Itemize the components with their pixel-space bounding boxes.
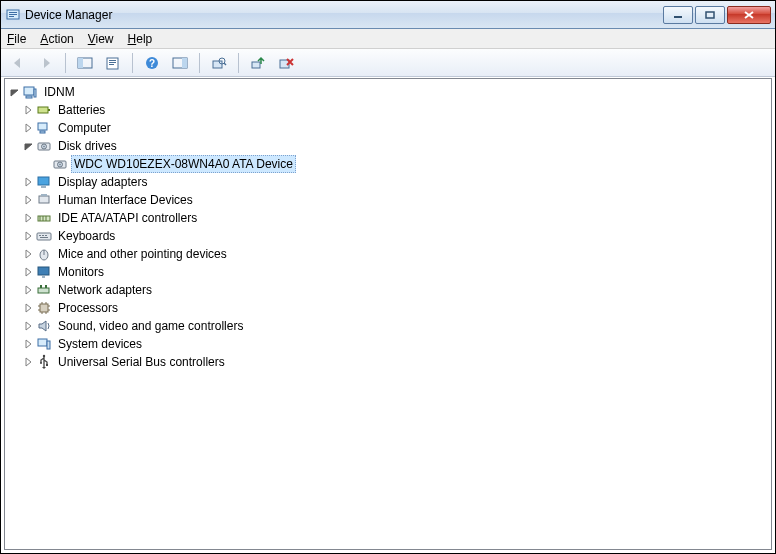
tree-category-node[interactable]: Network adapters	[7, 281, 769, 299]
expander-icon-closed[interactable]	[23, 320, 35, 332]
svg-rect-15	[182, 58, 187, 68]
device-tree-panel: IDNM BatteriesComputerDisk drivesWDC WD1…	[4, 78, 772, 550]
disk-icon	[52, 156, 68, 172]
battery-icon	[36, 102, 52, 118]
tree-category-node[interactable]: Processors	[7, 299, 769, 317]
svg-rect-5	[706, 12, 714, 18]
svg-point-30	[43, 146, 45, 148]
svg-rect-7	[78, 58, 83, 68]
app-icon	[5, 7, 21, 23]
tree-category-node[interactable]: IDE ATA/ATAPI controllers	[7, 209, 769, 227]
svg-rect-45	[45, 235, 47, 236]
menu-action[interactable]: Action	[40, 32, 73, 46]
minimize-button[interactable]	[663, 6, 693, 24]
expander-icon-closed[interactable]	[23, 212, 35, 224]
help-button[interactable]: ?	[141, 52, 163, 74]
svg-rect-63	[38, 339, 47, 346]
tree-category-label: IDE ATA/ATAPI controllers	[55, 209, 200, 227]
svg-rect-22	[34, 89, 36, 97]
svg-rect-21	[24, 87, 34, 95]
tree-category-label: Monitors	[55, 263, 107, 281]
update-driver-button[interactable]	[247, 52, 269, 74]
svg-rect-9	[109, 60, 116, 61]
svg-rect-34	[38, 177, 49, 185]
expander-icon-closed[interactable]	[23, 176, 35, 188]
svg-rect-19	[252, 62, 260, 68]
toolbar-separator	[199, 53, 200, 73]
expander-icon-closed[interactable]	[23, 356, 35, 368]
svg-rect-8	[107, 58, 118, 69]
mouse-icon	[36, 246, 52, 262]
window-title: Device Manager	[25, 8, 661, 22]
device-tree[interactable]: IDNM BatteriesComputerDisk drivesWDC WD1…	[7, 83, 769, 371]
close-button[interactable]	[727, 6, 771, 24]
keyboard-icon	[36, 228, 52, 244]
show-hide-console-tree-button[interactable]	[74, 52, 96, 74]
tree-category-label: Universal Serial Bus controllers	[55, 353, 228, 371]
expander-icon-closed[interactable]	[23, 266, 35, 278]
toolbar-separator	[132, 53, 133, 73]
computer-icon	[22, 84, 38, 100]
menu-help[interactable]: Help	[128, 32, 153, 46]
sound-icon	[36, 318, 52, 334]
expander-icon-closed[interactable]	[23, 248, 35, 260]
svg-rect-11	[109, 64, 114, 65]
tree-category-label: Disk drives	[55, 137, 120, 155]
uninstall-button[interactable]	[275, 52, 297, 74]
svg-rect-64	[47, 341, 50, 349]
svg-rect-42	[37, 233, 51, 240]
display-icon	[36, 174, 52, 190]
tree-root-node[interactable]: IDNM	[7, 83, 769, 101]
tree-category-node[interactable]: System devices	[7, 335, 769, 353]
tree-category-label: Mice and other pointing devices	[55, 245, 230, 263]
tree-category-node[interactable]: Batteries	[7, 101, 769, 119]
menu-file[interactable]: File	[7, 32, 26, 46]
svg-rect-43	[39, 235, 41, 236]
svg-rect-16	[213, 61, 222, 68]
svg-rect-35	[41, 186, 46, 188]
expander-icon-closed[interactable]	[23, 284, 35, 296]
system-icon	[36, 336, 52, 352]
tree-category-node[interactable]: Universal Serial Bus controllers	[7, 353, 769, 371]
expander-icon-closed[interactable]	[23, 104, 35, 116]
window-controls	[661, 6, 771, 24]
tree-category-node[interactable]: Monitors	[7, 263, 769, 281]
network-icon	[36, 282, 52, 298]
expander-icon-closed[interactable]	[23, 230, 35, 242]
expander-icon-closed[interactable]	[23, 122, 35, 134]
svg-rect-24	[38, 107, 48, 113]
svg-point-66	[40, 362, 42, 364]
monitor-icon	[36, 264, 52, 280]
tree-category-node[interactable]: Human Interface Devices	[7, 191, 769, 209]
back-button[interactable]	[7, 52, 29, 74]
tree-category-node[interactable]: Computer	[7, 119, 769, 137]
forward-button[interactable]	[35, 52, 57, 74]
action-pane-button[interactable]	[169, 52, 191, 74]
tree-category-node[interactable]: Disk drives	[7, 137, 769, 155]
tree-category-label: Keyboards	[55, 227, 118, 245]
scan-hardware-button[interactable]	[208, 52, 230, 74]
tree-category-node[interactable]: Mice and other pointing devices	[7, 245, 769, 263]
menu-view[interactable]: View	[88, 32, 114, 46]
tree-category-node[interactable]: Keyboards	[7, 227, 769, 245]
expander-icon-closed[interactable]	[23, 194, 35, 206]
tree-category-node[interactable]: Display adapters	[7, 173, 769, 191]
tree-category-node[interactable]: Sound, video and game controllers	[7, 317, 769, 335]
expander-icon-closed[interactable]	[23, 338, 35, 350]
expander-icon-open[interactable]	[9, 86, 21, 98]
svg-rect-53	[45, 285, 47, 288]
expander-icon-closed[interactable]	[23, 302, 35, 314]
usb-icon	[36, 354, 52, 370]
titlebar: Device Manager	[1, 1, 775, 29]
properties-button[interactable]	[102, 52, 124, 74]
tree-category-label: Display adapters	[55, 173, 150, 191]
svg-rect-46	[40, 237, 48, 238]
maximize-button[interactable]	[695, 6, 725, 24]
tree-device-label: WDC WD10EZEX-08WN4A0 ATA Device	[71, 155, 296, 173]
toolbar-separator	[65, 53, 66, 73]
processor-icon	[36, 300, 52, 316]
svg-rect-3	[9, 16, 14, 17]
svg-rect-25	[48, 109, 50, 111]
tree-device-node[interactable]: WDC WD10EZEX-08WN4A0 ATA Device	[7, 155, 769, 173]
expander-icon-open[interactable]	[23, 140, 35, 152]
